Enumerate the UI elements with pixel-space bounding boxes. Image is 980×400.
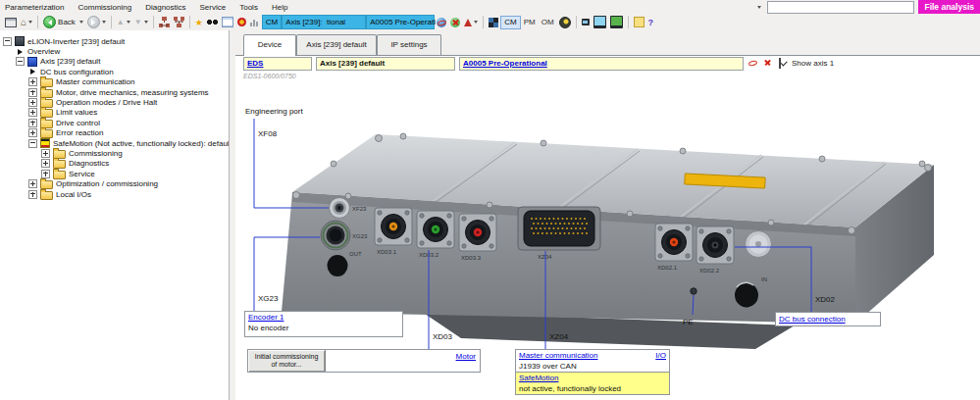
nav-up-button[interactable]: ▲ xyxy=(115,15,132,29)
tree-item-safemotion[interactable]: SafeMotion (Not active, functionally loc… xyxy=(28,138,229,148)
menu-diagnostics[interactable]: Diagnostics xyxy=(145,3,185,12)
tree-item-motor-drive-mechanics[interactable]: Motor, drive mechanics, measuring system… xyxy=(28,87,229,97)
tree-item-error-reaction[interactable]: Error reaction xyxy=(28,128,229,138)
expand-icon[interactable] xyxy=(28,119,37,127)
axis-combo[interactable]: Axis [239]: tional xyxy=(282,15,366,29)
tab-ip-settings[interactable]: IP settings xyxy=(377,34,441,55)
tab-strip: Device Axis [239] default IP settings xyxy=(235,30,980,56)
abort-button[interactable] xyxy=(448,15,462,29)
wizard-icon xyxy=(464,19,472,26)
wizard-button[interactable] xyxy=(462,15,480,29)
device-label-xd02-2: XD02.2 xyxy=(699,268,720,274)
project-export-button[interactable] xyxy=(157,15,172,29)
device-state-combo[interactable]: A0005 Pre-Operati xyxy=(366,15,435,29)
notes-button[interactable] xyxy=(632,15,646,29)
axis-name-field[interactable]: Axis [239] default xyxy=(316,57,455,71)
tree-item-drive-control[interactable]: Drive control xyxy=(28,118,229,127)
device-state-field[interactable]: A0005 Pre-Operational xyxy=(459,57,744,71)
online-view-button[interactable] xyxy=(592,15,608,29)
eds-field[interactable]: EDS xyxy=(243,57,312,71)
master-communication-value: J1939 over CAN xyxy=(516,361,669,372)
tree-item-axis[interactable]: Axis [239] default xyxy=(16,57,229,67)
tree-item-sm-commissioning[interactable]: Commissioning xyxy=(41,148,229,158)
tree-item-sm-service[interactable]: Service xyxy=(41,169,229,178)
help-button[interactable] xyxy=(646,15,656,29)
globe-icon xyxy=(437,18,446,27)
collapse-icon[interactable] xyxy=(16,57,25,66)
project-tree: eLION-Inverter [239] default Overview Ax… xyxy=(0,30,230,400)
toolbar-overflow-icon[interactable] xyxy=(757,6,761,9)
nav-down-button[interactable]: ▼ xyxy=(132,15,150,29)
toolbar-cm-chip[interactable]: CM xyxy=(262,15,282,29)
expand-icon[interactable] xyxy=(41,159,50,168)
collapse-icon[interactable] xyxy=(28,139,37,148)
callout-xg23: XG23 xyxy=(258,294,278,303)
connection-button[interactable] xyxy=(580,15,592,29)
encoder-link[interactable]: Encoder 1 xyxy=(248,313,284,322)
tree-item-operation-modes[interactable]: Operation modes / Drive Halt xyxy=(28,97,229,107)
pm-mode-button[interactable]: PM xyxy=(521,18,539,26)
dc-bus-connection-link[interactable]: DC bus connection xyxy=(779,315,846,324)
menu-parameterization[interactable]: Parameterization xyxy=(5,3,64,12)
oscilloscope-button[interactable] xyxy=(248,15,262,29)
menu-tools[interactable]: Tools xyxy=(239,3,258,12)
tree-item-master-communication[interactable]: Master communication xyxy=(28,77,229,87)
tab-device[interactable]: Device xyxy=(243,34,296,56)
motor-link[interactable]: Motor xyxy=(456,352,476,361)
tree-item-limit-values[interactable]: Limit values xyxy=(28,108,229,118)
expand-icon[interactable] xyxy=(28,128,37,137)
device-label-in: IN xyxy=(761,276,767,282)
menu-commissioning[interactable]: Commissioning xyxy=(77,3,131,12)
flag-button[interactable] xyxy=(487,15,500,29)
main-area: eLION-Inverter [239] default Overview Ax… xyxy=(0,30,980,400)
forward-button[interactable] xyxy=(85,15,108,29)
device-stage: XF23 XG23 OUT XD03.1 XD03.2 XD03.3 XZ04 … xyxy=(235,74,980,400)
expand-icon[interactable] xyxy=(28,88,37,97)
star-icon xyxy=(195,18,203,27)
expand-icon[interactable] xyxy=(28,98,37,107)
om-mode-button[interactable]: OM xyxy=(539,18,557,26)
folder-icon xyxy=(53,171,66,179)
cm-mode-button[interactable]: CM xyxy=(500,16,520,29)
main-toolbar: Back ▲ ▼ CM Axis [239]: tional A0005 Pre… xyxy=(0,14,980,30)
folder-icon xyxy=(40,191,53,200)
back-button[interactable]: Back xyxy=(41,15,85,29)
tree-item-sm-diagnostics[interactable]: Diagnostics xyxy=(41,159,229,169)
certificate-button[interactable] xyxy=(235,15,248,29)
tree-item-optimization[interactable]: Optimization / commissioning xyxy=(28,178,229,188)
parameter-table-button[interactable] xyxy=(220,15,235,29)
io-link[interactable]: I/O xyxy=(655,350,666,361)
expand-icon[interactable] xyxy=(41,170,50,178)
home-button[interactable] xyxy=(19,15,34,29)
expand-icon[interactable] xyxy=(28,190,37,199)
project-tree-icon xyxy=(159,17,170,27)
refresh-button[interactable] xyxy=(435,15,448,29)
tree-item-device-root[interactable]: eLION-Inverter [239] default xyxy=(3,36,229,46)
tab-axis-default[interactable]: Axis [239] default xyxy=(296,34,377,55)
initial-commissioning-button[interactable]: Initial commissioning of motor... xyxy=(248,350,326,372)
tree-item-overview[interactable]: Overview xyxy=(16,46,229,56)
file-analysis-badge[interactable]: File analysis xyxy=(918,0,980,14)
device-search-button[interactable] xyxy=(205,15,220,29)
easy-mode-button[interactable] xyxy=(557,15,573,29)
new-window-button[interactable] xyxy=(3,15,19,29)
expand-icon[interactable] xyxy=(41,149,50,158)
tree-item-local-ios[interactable]: Local I/Os xyxy=(28,189,229,199)
safemotion-link[interactable]: SafeMotion xyxy=(519,374,558,382)
menu-help[interactable]: Help xyxy=(272,3,287,12)
show-axis-checkbox[interactable] xyxy=(779,59,781,68)
project-import-button[interactable] xyxy=(172,15,186,29)
favorites-button[interactable] xyxy=(193,15,205,29)
expand-icon[interactable] xyxy=(28,179,37,188)
master-communication-link[interactable]: Master communication xyxy=(519,350,597,361)
tree-item-dc-bus-configuration[interactable]: DC bus configuration xyxy=(28,67,229,76)
offline-view-button[interactable] xyxy=(608,15,625,29)
expand-icon[interactable] xyxy=(28,108,37,117)
search-input[interactable] xyxy=(767,1,914,14)
menu-service[interactable]: Service xyxy=(200,3,227,12)
folder-icon xyxy=(40,129,53,138)
master-communication-box: Master communication I/O J1939 over CAN … xyxy=(515,349,670,395)
question-icon xyxy=(648,18,654,27)
collapse-icon[interactable] xyxy=(3,37,12,46)
expand-icon[interactable] xyxy=(28,77,37,86)
